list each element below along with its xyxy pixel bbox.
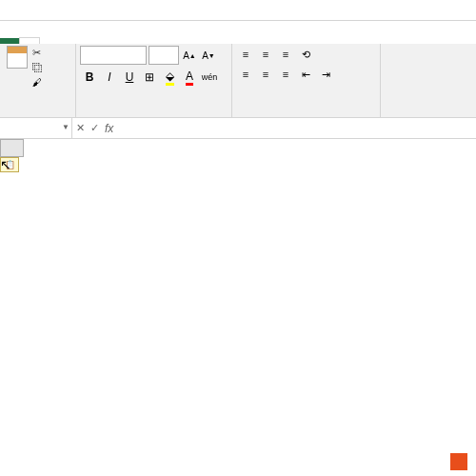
font-group: A▲ A▼ B I U ⊞ ⬙ A wén: [76, 44, 232, 117]
clipboard-label: [4, 113, 71, 115]
underline-button[interactable]: U: [120, 68, 139, 87]
copy-button[interactable]: [32, 61, 46, 74]
font-label: [80, 113, 228, 115]
italic-button[interactable]: I: [100, 68, 119, 87]
align-bottom-button[interactable]: ≡: [276, 46, 295, 63]
scissors-icon: [32, 47, 41, 59]
title-bar: [0, 0, 476, 21]
cancel-formula-button[interactable]: ✕: [76, 122, 85, 134]
watermark: [450, 453, 470, 470]
mouse-cursor-icon: ↖: [0, 157, 11, 172]
align-group: ≡ ≡ ≡ ⟲ ≡ ≡ ≡ ⇤ ⇥: [232, 44, 381, 117]
ribbon-tabs: [0, 21, 476, 44]
phonetic-button[interactable]: wén: [200, 68, 219, 87]
align-center-button[interactable]: ≡: [256, 66, 275, 83]
font-size-select[interactable]: [149, 46, 179, 65]
align-top-button[interactable]: ≡: [236, 46, 255, 63]
format-painter-button[interactable]: [32, 75, 46, 89]
paste-icon: [7, 46, 28, 69]
watermark-logo: [450, 453, 467, 470]
cut-button[interactable]: [32, 46, 46, 60]
increase-font-button[interactable]: A▲: [181, 46, 198, 65]
fx-button[interactable]: fx: [105, 122, 113, 135]
align-label: [236, 113, 376, 115]
clipboard-group: [0, 44, 76, 117]
align-middle-button[interactable]: ≡: [256, 46, 275, 63]
chevron-down-icon[interactable]: ▼: [62, 123, 69, 131]
copy-icon: [32, 62, 43, 73]
bold-button[interactable]: B: [80, 68, 99, 87]
tab-home[interactable]: [19, 37, 40, 44]
spreadsheet-grid[interactable]: 📋 ↖: [0, 139, 476, 157]
formula-input[interactable]: [117, 118, 476, 138]
orientation-button[interactable]: ⟲: [296, 46, 315, 63]
font-name-select[interactable]: [80, 46, 147, 65]
select-all-corner[interactable]: [1, 140, 24, 157]
fill-color-button[interactable]: ⬙: [160, 68, 179, 87]
align-left-button[interactable]: ≡: [236, 66, 255, 83]
ribbon: A▲ A▼ B I U ⊞ ⬙ A wén ≡ ≡ ≡ ⟲: [0, 44, 476, 118]
indent-increase-button[interactable]: ⇥: [316, 66, 335, 83]
formula-bar: ▼ ✕ ✓ fx: [0, 118, 476, 139]
brush-icon: [32, 76, 42, 88]
name-box[interactable]: ▼: [0, 118, 72, 138]
indent-decrease-button[interactable]: ⇤: [296, 66, 315, 83]
font-color-button[interactable]: A: [180, 68, 199, 87]
decrease-font-button[interactable]: A▼: [200, 46, 217, 65]
align-right-button[interactable]: ≡: [276, 66, 295, 83]
accept-formula-button[interactable]: ✓: [90, 122, 99, 134]
paste-button[interactable]: [4, 46, 30, 89]
border-button[interactable]: ⊞: [140, 68, 159, 87]
